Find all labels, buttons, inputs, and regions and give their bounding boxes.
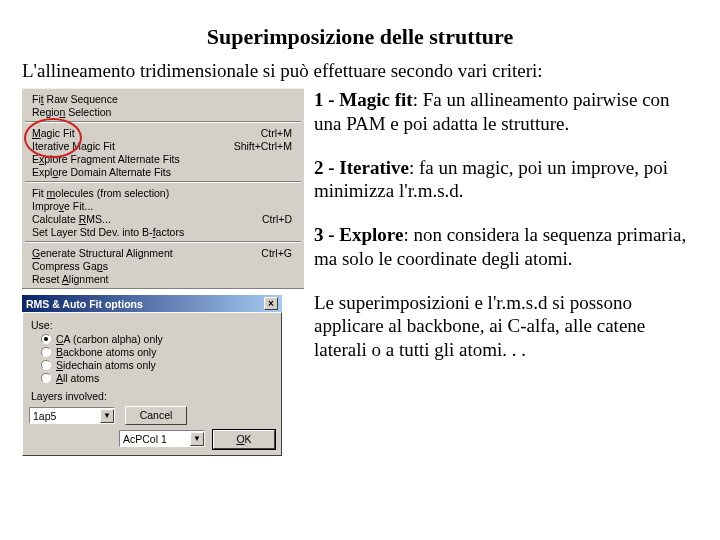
menu-item-label: Fit Raw Sequence <box>32 93 118 105</box>
desc-3: 3 - Explore: non considera la sequenza p… <box>314 223 698 271</box>
radio-icon <box>41 373 51 383</box>
radio-label: CA (carbon alpha) only <box>56 333 163 345</box>
use-label: Use: <box>31 319 275 331</box>
menu-item[interactable]: Explore Fragment Alternate Fits <box>22 152 304 165</box>
menu-item-shortcut: Shift+Ctrl+M <box>234 140 292 152</box>
menu-item-label: Improve Fit... <box>32 200 93 212</box>
ok-button[interactable]: OK <box>213 430 275 449</box>
fit-menu: Fit Raw SequenceRegion Selection Magic F… <box>22 88 304 289</box>
menu-item-label: Fit molecules (from selection) <box>32 187 169 199</box>
menu-item-label: Calculate RMS... <box>32 213 111 225</box>
radio-icon <box>41 360 51 370</box>
description-column: 1 - Magic fit: Fa un allineamento pairwi… <box>314 88 698 456</box>
radio-icon <box>41 334 51 344</box>
radio-label: Backbone atoms only <box>56 346 156 358</box>
menu-item[interactable]: Magic FitCtrl+M <box>22 126 304 139</box>
screenshot-panel: Fit Raw SequenceRegion Selection Magic F… <box>22 88 304 456</box>
menu-item[interactable]: Compress Gaps <box>22 259 304 272</box>
layers-label: Layers involved: <box>31 390 275 402</box>
menu-item-shortcut: Ctrl+D <box>262 213 292 225</box>
page-title: Superimposizione delle strutture <box>22 24 698 50</box>
chevron-down-icon[interactable]: ▼ <box>190 432 204 446</box>
menu-item-label: Iterative Magic Fit <box>32 140 115 152</box>
menu-item-label: Region Selection <box>32 106 111 118</box>
desc-4: Le superimposizioni e l'r.m.s.d si posso… <box>314 291 698 362</box>
ok-label-rest: K <box>245 433 252 445</box>
radio-option[interactable]: All atoms <box>41 372 275 384</box>
menu-item-label: Set Layer Std Dev. into B-factors <box>32 226 184 238</box>
menu-item-label: Generate Structural Alignment <box>32 247 173 259</box>
chevron-down-icon[interactable]: ▼ <box>100 409 114 423</box>
rms-dialog: RMS & Auto Fit options × Use: CA (carbon… <box>22 295 282 456</box>
desc-1-lead: 1 - Magic fit <box>314 89 413 110</box>
combo-layer-2[interactable]: AcPCol 1 ▼ <box>119 430 205 447</box>
menu-item[interactable]: Improve Fit... <box>22 199 304 212</box>
menu-item[interactable]: Region Selection <box>22 105 304 118</box>
close-icon[interactable]: × <box>264 297 278 310</box>
menu-item-shortcut: Ctrl+G <box>261 247 292 259</box>
menu-item[interactable]: Fit molecules (from selection) <box>22 186 304 199</box>
dialog-title: RMS & Auto Fit options <box>26 298 143 310</box>
desc-1: 1 - Magic fit: Fa un allineamento pairwi… <box>314 88 698 136</box>
intro-text: L'allineamento tridimensionale si può ef… <box>22 60 698 82</box>
menu-item[interactable]: Explore Domain Alternate Fits <box>22 165 304 178</box>
menu-item-label: Explore Domain Alternate Fits <box>32 166 171 178</box>
menu-item[interactable]: Iterative Magic FitShift+Ctrl+M <box>22 139 304 152</box>
menu-item-label: Compress Gaps <box>32 260 108 272</box>
combo-layer-1[interactable]: 1ap5 ▼ <box>29 407 115 424</box>
menu-item[interactable]: Reset Alignment <box>22 272 304 285</box>
menu-item[interactable]: Calculate RMS...Ctrl+D <box>22 212 304 225</box>
combo-layer-2-value: AcPCol 1 <box>123 433 167 445</box>
combo-layer-1-value: 1ap5 <box>33 410 56 422</box>
radio-option[interactable]: Sidechain atoms only <box>41 359 275 371</box>
desc-3-lead: 3 - Explore <box>314 224 403 245</box>
radio-option[interactable]: CA (carbon alpha) only <box>41 333 275 345</box>
menu-item-label: Explore Fragment Alternate Fits <box>32 153 180 165</box>
menu-item-shortcut: Ctrl+M <box>261 127 292 139</box>
desc-2: 2 - Iterative: fa un magic, poi un impro… <box>314 156 698 204</box>
menu-item-label: Reset Alignment <box>32 273 109 285</box>
radio-option[interactable]: Backbone atoms only <box>41 346 275 358</box>
desc-2-lead: 2 - Iterative <box>314 157 409 178</box>
menu-item[interactable]: Fit Raw Sequence <box>22 92 304 105</box>
menu-item-label: Magic Fit <box>32 127 75 139</box>
radio-label: All atoms <box>56 372 99 384</box>
menu-item[interactable]: Generate Structural AlignmentCtrl+G <box>22 246 304 259</box>
radio-label: Sidechain atoms only <box>56 359 156 371</box>
radio-icon <box>41 347 51 357</box>
cancel-button[interactable]: Cancel <box>125 406 187 425</box>
menu-item[interactable]: Set Layer Std Dev. into B-factors <box>22 225 304 238</box>
